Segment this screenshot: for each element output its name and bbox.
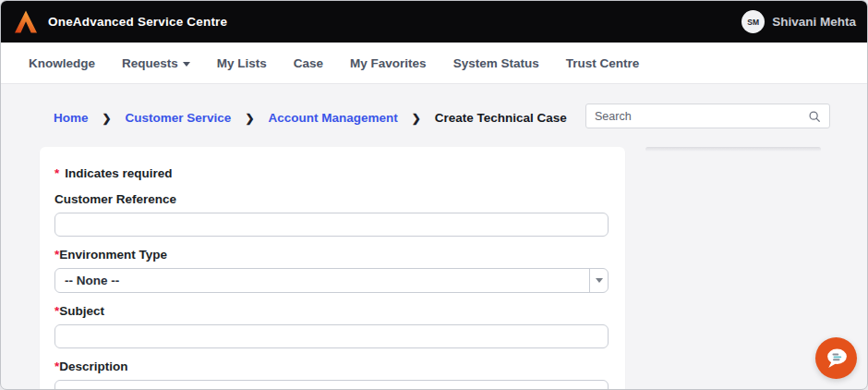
nav-item-my-lists[interactable]: My Lists xyxy=(217,56,267,70)
required-note: *Indicates required xyxy=(54,166,609,180)
breadcrumb-link-home[interactable]: Home xyxy=(54,111,89,125)
chevron-down-icon xyxy=(183,62,190,67)
nav-item-knowledge[interactable]: Knowledge xyxy=(29,56,95,70)
oneadvanced-logo-icon xyxy=(12,7,40,36)
label-text: Subject xyxy=(59,304,104,318)
nav-item-label: Case xyxy=(294,56,323,70)
required-asterisk: * xyxy=(54,166,59,180)
user-menu[interactable]: SM Shivani Mehta xyxy=(741,10,856,33)
nav-item-label: Knowledge xyxy=(29,56,95,70)
app-header: OneAdvanced Service Centre SM Shivani Me… xyxy=(1,1,867,43)
subject-input[interactable] xyxy=(54,324,609,348)
chat-button[interactable] xyxy=(815,337,857,379)
nav-item-label: Trust Centre xyxy=(566,56,640,70)
environment-type-label: *Environment Type xyxy=(54,248,609,262)
avatar[interactable]: SM xyxy=(741,10,765,33)
customer-reference-input[interactable] xyxy=(54,213,609,237)
label-text: Customer Reference xyxy=(54,192,176,206)
nav-item-requests[interactable]: Requests xyxy=(122,56,190,70)
search-box xyxy=(585,104,830,128)
label-text: Environment Type xyxy=(59,248,167,262)
service-centre-page: OneAdvanced Service Centre SM Shivani Me… xyxy=(0,0,868,390)
description-label: *Description xyxy=(54,360,609,373)
select-caret-cell[interactable] xyxy=(589,269,608,292)
chat-icon xyxy=(823,345,850,372)
breadcrumb-separator-icon xyxy=(245,112,254,125)
search-input[interactable] xyxy=(595,110,808,123)
nav-item-my-favorites[interactable]: My Favorites xyxy=(350,56,427,70)
customer-reference-label: Customer Reference xyxy=(54,192,609,206)
nav-item-trust-centre[interactable]: Trust Centre xyxy=(566,56,640,70)
environment-type-select[interactable]: -- None -- xyxy=(54,268,609,293)
required-note-text: Indicates required xyxy=(65,166,172,180)
chevron-down-icon xyxy=(596,278,603,283)
user-name: Shivani Mehta xyxy=(772,15,856,29)
subject-label: *Subject xyxy=(54,304,609,318)
breadcrumb: Home Customer Service Account Management… xyxy=(54,111,567,125)
breadcrumb-current-page: Create Technical Case xyxy=(435,111,567,125)
create-case-form-card: *Indicates required Customer Reference *… xyxy=(40,147,625,390)
app-title: OneAdvanced Service Centre xyxy=(48,15,227,29)
breadcrumb-separator-icon xyxy=(412,112,421,125)
nav-item-system-status[interactable]: System Status xyxy=(453,56,539,70)
breadcrumb-link-account-management[interactable]: Account Management xyxy=(268,111,397,125)
label-text: Description xyxy=(59,360,127,373)
nav-item-label: System Status xyxy=(453,56,539,70)
select-selected-value: -- None -- xyxy=(55,274,119,287)
side-panel-shadow xyxy=(645,147,821,152)
breadcrumb-link-customer-service[interactable]: Customer Service xyxy=(126,111,232,125)
primary-nav: Knowledge Requests My Lists Case My Favo… xyxy=(1,43,867,84)
search-icon[interactable] xyxy=(808,110,821,123)
brand-home-link[interactable]: OneAdvanced Service Centre xyxy=(12,7,227,36)
description-input[interactable] xyxy=(54,380,609,390)
nav-item-case[interactable]: Case xyxy=(294,56,323,70)
nav-item-label: My Lists xyxy=(217,56,267,70)
breadcrumb-separator-icon xyxy=(102,112,112,125)
nav-item-label: Requests xyxy=(122,56,178,70)
nav-item-label: My Favorites xyxy=(350,56,427,70)
